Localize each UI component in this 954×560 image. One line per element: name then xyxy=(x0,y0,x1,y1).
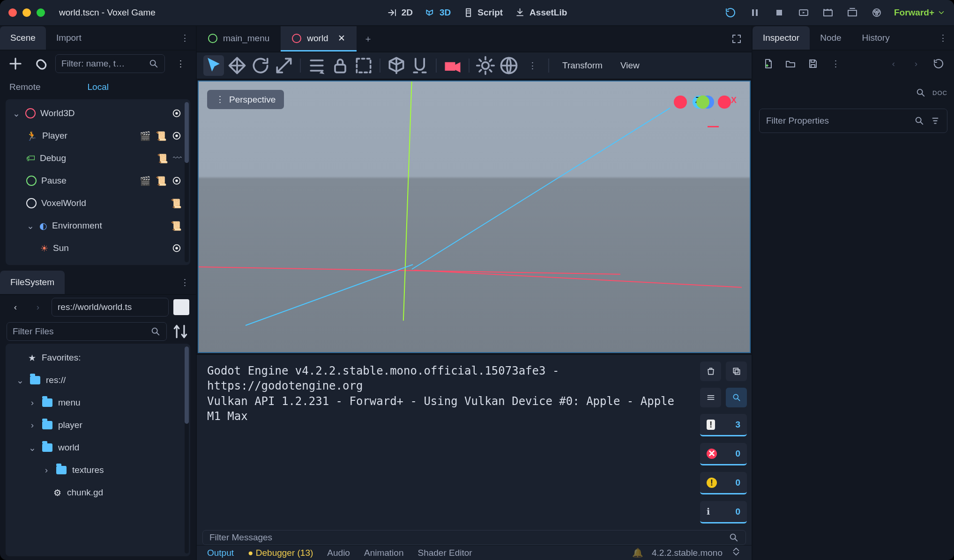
fs-path-input[interactable]: res://world/world.ts xyxy=(52,298,169,317)
local-tab[interactable]: Local xyxy=(88,82,109,92)
visibility-icon[interactable] xyxy=(171,108,182,118)
bottom-tab-animation[interactable]: Animation xyxy=(364,548,404,558)
view-3d-button[interactable]: 3D xyxy=(425,7,451,18)
inspector-menu-icon[interactable]: ⋮ xyxy=(828,57,842,71)
scene-instance-icon[interactable]: 🎬 xyxy=(140,176,151,186)
dock-menu-icon[interactable]: ⋮ xyxy=(932,26,954,50)
dock-menu-icon[interactable]: ⋮ xyxy=(174,26,196,50)
bottom-tab-shader[interactable]: Shader Editor xyxy=(417,548,472,558)
visibility-icon[interactable] xyxy=(171,176,182,186)
fs-favorites[interactable]: ★ Favorites: xyxy=(6,346,190,369)
scene-filter-input[interactable]: Filter: name, t… xyxy=(55,54,165,73)
collapse-icon[interactable]: ⌄ xyxy=(12,108,21,119)
tab-node[interactable]: Node xyxy=(810,26,851,50)
movie-maker-button[interactable] xyxy=(821,6,835,20)
scene-node-debug[interactable]: 🏷 Debug 📜 〰 xyxy=(6,147,190,169)
search-icon[interactable] xyxy=(916,88,926,98)
fs-folder-menu[interactable]: › menu xyxy=(6,391,190,414)
rotate-tool-button[interactable] xyxy=(250,55,271,76)
fs-back-button[interactable]: ‹ xyxy=(7,298,24,316)
copy-output-button[interactable] xyxy=(726,361,747,381)
scene-more-icon[interactable]: ⋮ xyxy=(171,55,189,73)
scene-tree[interactable]: ⌄ World3D 🏃 Player 🎬 📜 🏷 Debu xyxy=(6,99,190,265)
script-icon[interactable]: 📜 xyxy=(171,198,182,209)
snap-button[interactable] xyxy=(410,55,430,76)
fs-forward-button[interactable]: › xyxy=(29,298,47,316)
play-project-button[interactable] xyxy=(723,6,738,20)
gizmo-x-pos[interactable] xyxy=(718,96,731,109)
sun-preview-button[interactable] xyxy=(475,55,496,76)
info-count-row[interactable]: !3 xyxy=(700,414,747,436)
play-custom-scene-button[interactable] xyxy=(845,6,859,20)
scene-node-world3d[interactable]: ⌄ World3D xyxy=(6,102,190,125)
history-forward-button[interactable]: › xyxy=(909,57,923,71)
clear-output-button[interactable] xyxy=(700,361,721,381)
doc-label[interactable]: DOC xyxy=(932,89,947,96)
save-resource-button[interactable] xyxy=(806,57,820,71)
script-icon[interactable]: 📜 xyxy=(171,221,182,231)
history-back-button[interactable]: ‹ xyxy=(887,57,901,71)
scene-instance-icon[interactable]: 🎬 xyxy=(140,131,151,141)
scene-node-player[interactable]: 🏃 Player 🎬 📜 xyxy=(6,125,190,147)
expand-icon[interactable]: › xyxy=(28,420,37,430)
view-script-button[interactable]: Script xyxy=(463,7,503,18)
close-window-icon[interactable] xyxy=(8,8,17,17)
transform-menu[interactable]: Transform xyxy=(555,60,610,71)
view-menu[interactable]: View xyxy=(613,60,647,71)
scene-node-pause[interactable]: Pause 🎬 📜 xyxy=(6,169,190,192)
tab-history[interactable]: History xyxy=(852,26,900,50)
camera-override-button[interactable] xyxy=(442,55,463,76)
fs-scrollbar[interactable] xyxy=(185,346,189,553)
tab-filesystem[interactable]: FileSystem xyxy=(0,271,65,294)
collapse-icon[interactable]: ⌄ xyxy=(26,221,35,231)
tab-import[interactable]: Import xyxy=(46,26,92,50)
group-button[interactable] xyxy=(353,55,374,76)
visibility-icon[interactable] xyxy=(171,243,182,253)
viewport-menu-icon[interactable]: ⋮ xyxy=(522,55,543,76)
rendering-options-icon[interactable] xyxy=(870,6,884,20)
scene-node-sun[interactable]: ☀ Sun xyxy=(6,237,190,259)
scene-tab-main-menu[interactable]: main_menu xyxy=(197,26,281,52)
tab-scene[interactable]: Scene xyxy=(0,26,46,50)
expand-icon[interactable]: › xyxy=(42,465,51,475)
fs-file-chunk[interactable]: ⚙ chunk.gd xyxy=(6,481,190,504)
add-node-button[interactable] xyxy=(7,55,24,73)
3d-viewport[interactable]: ⋮ Perspective Y Z X xyxy=(198,81,751,353)
tree-scrollbar[interactable] xyxy=(185,102,189,262)
output-console[interactable]: Godot Engine v4.2.2.stable.mono.official… xyxy=(197,355,695,530)
output-filter-input[interactable]: Filter Messages xyxy=(202,530,746,545)
inspector-filter-input[interactable]: Filter Properties xyxy=(759,109,947,133)
collapse-icon[interactable]: ⌄ xyxy=(28,442,37,453)
collapse-icon[interactable]: ⌄ xyxy=(16,375,24,386)
bottom-tab-output[interactable]: Output xyxy=(207,548,234,558)
edit-count-row[interactable]: ℹ0 xyxy=(700,501,747,523)
close-tab-icon[interactable]: ✕ xyxy=(338,33,345,44)
output-search-button[interactable] xyxy=(726,388,747,407)
pause-button[interactable] xyxy=(748,6,762,20)
tools-icon[interactable] xyxy=(930,116,940,126)
fs-tree[interactable]: ★ Favorites: ⌄ res:// › menu › player xyxy=(6,344,190,556)
load-resource-button[interactable] xyxy=(783,57,797,71)
fs-preview-icon[interactable] xyxy=(173,299,189,315)
view-2d-button[interactable]: 2D xyxy=(387,7,413,18)
orientation-gizmo[interactable]: Y Z X xyxy=(670,96,736,161)
script-icon[interactable]: 📜 xyxy=(156,176,167,186)
bottom-tab-debugger[interactable]: ● Debugger (13) xyxy=(248,548,313,558)
scene-tab-world[interactable]: world ✕ xyxy=(281,26,356,52)
warn-count-row[interactable]: !0 xyxy=(700,472,747,494)
scale-tool-button[interactable] xyxy=(274,55,294,76)
fs-root[interactable]: ⌄ res:// xyxy=(6,369,190,391)
gizmo-y-neg[interactable] xyxy=(696,96,709,109)
expand-panel-icon[interactable] xyxy=(731,546,741,559)
fs-filter-input[interactable]: Filter Files xyxy=(7,322,167,341)
visibility-icon[interactable] xyxy=(171,131,182,141)
fs-folder-textures[interactable]: › textures xyxy=(6,459,190,481)
select-tool-button[interactable] xyxy=(203,55,224,76)
instance-scene-button[interactable] xyxy=(31,55,49,73)
history-menu-button[interactable] xyxy=(932,57,946,71)
gizmo-x-neg[interactable] xyxy=(674,96,687,109)
script-icon[interactable]: 📜 xyxy=(156,131,167,141)
local-space-button[interactable] xyxy=(386,55,407,76)
distraction-free-icon[interactable] xyxy=(722,26,752,52)
environment-preview-button[interactable] xyxy=(499,55,519,76)
